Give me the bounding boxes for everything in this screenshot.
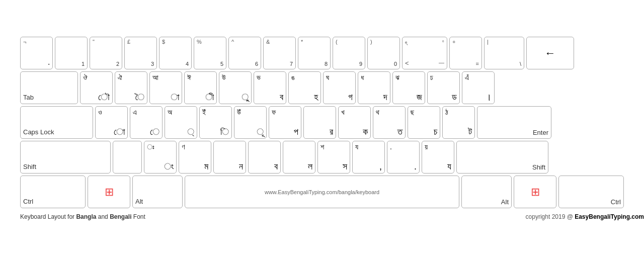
key-comma[interactable]: য , <box>352 141 385 174</box>
key-c[interactable]: ণ ম <box>179 141 211 174</box>
key-p[interactable]: ঝ জ <box>392 71 425 104</box>
key-y[interactable]: ভ ব <box>254 71 286 104</box>
key-9[interactable]: ( 9 <box>333 37 365 69</box>
key-a[interactable]: ও ো <box>95 106 128 139</box>
key-n[interactable]: ল <box>283 141 315 174</box>
key-4[interactable]: $ 4 <box>159 37 192 69</box>
key-minus[interactable]: ৎ ° < — <box>402 37 447 69</box>
footer-left: Keyboard Layout for Bangla and Bengali F… <box>20 213 145 220</box>
key-f[interactable]: ইঁ ি <box>199 106 232 139</box>
key-l[interactable]: থ ত <box>373 106 406 139</box>
key-6[interactable]: ^ 6 <box>228 37 261 69</box>
key-shift-right[interactable]: Shift <box>456 141 548 174</box>
key-period[interactable]: . . <box>387 141 420 174</box>
key-t[interactable]: উ ু <box>219 71 252 104</box>
row-numbers: ¬ ॰ 1 " 2 £ 3 $ 4 % 5 ^ 6 & 7 <box>20 37 624 69</box>
key-8[interactable]: * 8 <box>298 37 331 69</box>
key-j[interactable]: র <box>303 106 336 139</box>
key-h[interactable]: ফ প <box>269 106 301 139</box>
key-i[interactable]: ঘ গ <box>323 71 356 104</box>
key-k[interactable]: খ ক <box>338 106 371 139</box>
footer-right: copyright 2019 @ EasyBengaliTyping.com <box>526 213 644 220</box>
key-backspace[interactable]: ← <box>526 37 574 69</box>
key-enter[interactable]: Enter <box>477 106 551 139</box>
key-tab[interactable]: Tab <box>20 71 78 104</box>
key-backtick[interactable]: ¬ ॰ <box>20 37 53 69</box>
key-ctrl-left[interactable]: Ctrl <box>20 176 86 208</box>
key-u[interactable]: ঙ হ <box>288 71 321 104</box>
row-shift: Shift ঃ ং ণ ম ন ব ল শ স য , <box>20 141 624 174</box>
row-tab: Tab ঔ ৌ ঐ ৈ আ া ঈ ী উ ু ভ ব ঙ হ <box>20 71 624 104</box>
key-quote[interactable]: ঠ ট <box>442 106 475 139</box>
key-alt-right[interactable]: Alt <box>461 176 512 208</box>
key-5[interactable]: % 5 <box>194 37 226 69</box>
key-2[interactable]: " 2 <box>90 37 122 69</box>
key-g[interactable]: উঁ ূ <box>234 106 267 139</box>
key-bracket-r[interactable]: এঁ । <box>462 71 495 104</box>
key-pipe[interactable]: | \ <box>484 37 524 69</box>
key-alt-left[interactable]: Alt <box>132 176 183 208</box>
key-ctrl-right[interactable]: Ctrl <box>558 176 624 208</box>
key-x[interactable]: ঃ ং <box>144 141 177 174</box>
key-win-right[interactable]: ⊞ <box>514 176 556 208</box>
key-win-left[interactable]: ⊞ <box>88 176 130 208</box>
key-1[interactable]: 1 <box>55 37 88 69</box>
key-m[interactable]: শ স <box>317 141 350 174</box>
key-bracket-l[interactable]: ঢ ড <box>427 71 460 104</box>
key-r[interactable]: ঈ ী <box>184 71 217 104</box>
key-slash[interactable]: য় য <box>422 141 454 174</box>
windows-icon-left: ⊞ <box>105 186 114 199</box>
row-bottom: Ctrl ⊞ Alt www.EasyBengaliTyping.com/ban… <box>20 176 624 208</box>
key-v[interactable]: ন <box>213 141 246 174</box>
key-7[interactable]: & 7 <box>263 37 296 69</box>
row-caps: Caps Lock ও ো এ ে অ ্ ইঁ ি উঁ ূ ফ প র <box>20 106 624 139</box>
key-capslock[interactable]: Caps Lock <box>20 106 93 139</box>
key-e[interactable]: আ া <box>149 71 182 104</box>
key-3[interactable]: £ 3 <box>124 37 157 69</box>
key-w[interactable]: ঐ ৈ <box>115 71 147 104</box>
footer: Keyboard Layout for Bangla and Bengali F… <box>20 210 644 220</box>
keyboard-layout: ¬ ॰ 1 " 2 £ 3 $ 4 % 5 ^ 6 & 7 <box>10 27 634 230</box>
key-d[interactable]: অ ্ <box>165 106 197 139</box>
key-q[interactable]: ঔ ৌ <box>80 71 113 104</box>
key-s[interactable]: এ ে <box>130 106 163 139</box>
key-z[interactable] <box>113 141 142 174</box>
key-o[interactable]: ধ দ <box>358 71 390 104</box>
key-semicolon[interactable]: ছ চ <box>408 106 440 139</box>
key-b[interactable]: ব <box>248 141 281 174</box>
key-space[interactable]: www.EasyBengaliTyping.com/bangla/keyboar… <box>185 176 459 208</box>
key-equals[interactable]: + = <box>449 37 482 69</box>
key-0[interactable]: ) 0 <box>367 37 400 69</box>
key-shift-left[interactable]: Shift <box>20 141 111 174</box>
windows-icon-right: ⊞ <box>531 186 540 199</box>
